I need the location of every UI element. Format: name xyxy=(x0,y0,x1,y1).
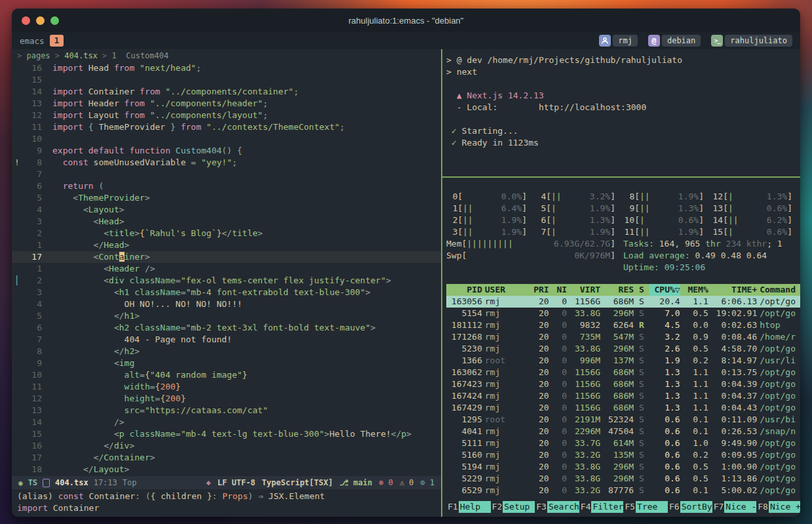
process-row[interactable]: 167424rmj2001156G686MS1.31.10:04.37/opt/… xyxy=(446,390,800,402)
column-header-pid[interactable]: PID xyxy=(446,284,482,296)
column-header-cmd[interactable]: Command xyxy=(760,284,800,296)
process-row[interactable]: 5230rmj20033.8G296MS2.60.54:58.70/opt/go xyxy=(446,343,800,355)
code-line[interactable]: 9export default function Custom404() { xyxy=(12,145,441,157)
code-line[interactable]: 18 </Layout> xyxy=(12,464,441,475)
code-line[interactable]: 10 xyxy=(12,133,441,145)
code-line[interactable]: 6 return ( xyxy=(12,180,441,192)
code-lines[interactable]: 16import Head from "next/head"; 15 14imp… xyxy=(12,62,441,476)
code-line[interactable]: 6 <h2 className="mb-2 text-3xl font-bold… xyxy=(12,322,441,334)
tmux-window-index[interactable]: 1 xyxy=(50,35,64,47)
process-row[interactable]: 167423rmj2001156G686MS1.31.10:04.39/opt/… xyxy=(446,378,800,390)
process-row[interactable]: 171268rmj200735M547MS3.20.90:08.46/home/… xyxy=(446,331,800,343)
gutter xyxy=(12,357,22,369)
code-line[interactable]: 11 width={200} xyxy=(12,381,441,393)
cpu-meter: 0[0.0%] xyxy=(446,191,535,203)
column-header-pri[interactable]: PRI xyxy=(528,284,549,296)
column-header-mem[interactable]: MEM% xyxy=(683,284,708,296)
code-line[interactable]: 15 <p className="mb-4 text-lg text-blue-… xyxy=(12,428,441,440)
process-table-header: PIDUSERPRINIVIRTRESSCPU%▽MEM%TIME+Comman… xyxy=(446,284,800,296)
code-line[interactable]: 4 <Layout> xyxy=(12,204,441,216)
code-line[interactable]: 14import Container from "../components/c… xyxy=(12,86,441,98)
process-row[interactable]: 1366root200996M137MS1.90.28:14.97/usr/li xyxy=(446,355,800,367)
code-line[interactable]: 16 </div> xyxy=(12,440,441,452)
code-line[interactable]: !8 const someUnusedVariable = "yey!"; xyxy=(12,157,441,169)
gutter xyxy=(12,322,22,334)
shell-pane[interactable]: > @ dev /home/rmj/Projects/github/rahulj… xyxy=(442,49,800,176)
code-line[interactable]: 1 <Header /> xyxy=(12,263,441,275)
gutter xyxy=(12,310,22,322)
code-line[interactable]: 7 404 - Page not found! xyxy=(12,334,441,346)
minimize-button[interactable] xyxy=(36,16,45,25)
code-line[interactable]: 16import Head from "next/head"; xyxy=(12,62,441,74)
maximize-button[interactable] xyxy=(50,16,59,25)
code-line[interactable]: 15 xyxy=(12,74,441,86)
fkey-f1[interactable]: F1Help xyxy=(446,501,491,513)
echo-area: (alias) const Container: ({ children }: … xyxy=(12,489,441,517)
column-header-cpu[interactable]: CPU%▽ xyxy=(649,284,680,296)
column-header-time[interactable]: TIME+ xyxy=(711,284,757,296)
process-row[interactable]: 5229rmj20033.8G296MS0.60.51:13.86/opt/go xyxy=(446,473,800,485)
gutter-warn-icon: ! xyxy=(12,157,22,169)
process-row[interactable]: 5160rmj20033.2G135MS0.60.20:09.95/opt/go xyxy=(446,449,800,461)
code-line[interactable]: 12 height={200} xyxy=(12,393,441,405)
terminal-line: ▲ Next.js 14.2.13 xyxy=(446,90,800,102)
code-line[interactable]: 5 </h1> xyxy=(12,310,441,322)
process-row[interactable]: 181112rmj20098326264R4.50.00:02.63htop xyxy=(446,319,800,331)
code-line[interactable]: 8 </h2> xyxy=(12,346,441,357)
git-branch: ⎇ main xyxy=(339,478,372,487)
code-line[interactable]: 3 <h1 className="mb-4 font-extrabold tex… xyxy=(12,287,441,298)
git-branch-icon: ⎇ xyxy=(339,478,353,487)
fkey-f2[interactable]: F2Setup xyxy=(491,501,535,513)
line-number: 16 xyxy=(22,440,42,452)
emacs-editor-pane[interactable]: > pages > 404.tsx > 1 Custom404 16import… xyxy=(12,49,441,517)
window-titlebar[interactable]: rahuljuliato:1:emacs - "debian" xyxy=(12,9,800,32)
close-button[interactable] xyxy=(22,16,30,25)
process-row[interactable]: 5194rmj20033.8G296MS0.60.51:00.90/opt/go xyxy=(446,461,800,473)
code-line[interactable]: 17 <Container> xyxy=(12,251,441,263)
process-row[interactable]: 4041rmj2002296M47504S0.60.10:26.53/snap/… xyxy=(446,426,800,437)
process-row[interactable]: 167429rmj2001156G686MS1.31.10:04.43/opt/… xyxy=(446,402,800,414)
code-line[interactable]: 7 xyxy=(12,169,441,180)
code-line[interactable]: 12import Layout from "../components/layo… xyxy=(12,110,441,121)
tmux-status-bar: emacs 1 rmj @ debian >_ rahuljuliato xyxy=(12,32,800,49)
column-header-res[interactable]: RES xyxy=(603,284,634,296)
gutter xyxy=(12,369,22,381)
code-line[interactable]: │2 <div className="fex-ol tems-center fl… xyxy=(12,275,441,287)
process-row[interactable]: 163062rmj2001156G686MS1.31.10:13.75/opt/… xyxy=(446,367,800,378)
fkey-f3[interactable]: F3Search xyxy=(535,501,579,513)
code-line[interactable]: 9 <img xyxy=(12,357,441,369)
code-line[interactable]: 3 <Head> xyxy=(12,216,441,228)
code-line[interactable]: 13import Header from "../components/head… xyxy=(12,98,441,110)
code-line[interactable]: 5 <ThemeProvider> xyxy=(12,192,441,204)
gutter xyxy=(12,133,22,145)
process-row[interactable]: 5111rmj20033.7G614MS0.61.09:49.90/opt/go xyxy=(446,437,800,449)
fkey-f4[interactable]: F4Filter xyxy=(579,501,624,513)
fkey-f5[interactable]: F5Tree xyxy=(623,501,668,513)
fkey-f8[interactable]: F8Nice + xyxy=(756,501,800,513)
code-line[interactable]: 1 </Head> xyxy=(12,239,441,251)
breadcrumb[interactable]: > pages > 404.tsx > 1 Custom404 xyxy=(12,49,441,62)
process-row[interactable]: 6529rmj20033.2G87776S0.60.15:00.02/opt/g… xyxy=(446,485,800,496)
code-line[interactable]: 14 /> xyxy=(12,416,441,428)
code-line[interactable]: 2 <title>{`Rahul's Blog`}</title> xyxy=(12,228,441,239)
column-header-virt[interactable]: VIRT xyxy=(570,284,600,296)
swap-meter: Swp[0K/976M] xyxy=(446,250,623,262)
line-number: 5 xyxy=(22,192,42,204)
fkey-f6[interactable]: F6SortBy xyxy=(668,501,712,513)
fkey-f7[interactable]: F7Nice - xyxy=(712,501,757,513)
code-line[interactable]: 10 alt={"404 random image"} xyxy=(12,369,441,381)
warning-count: ⚠ 0 xyxy=(400,478,414,487)
code-line[interactable]: 11import { ThemeProvider } from "../cont… xyxy=(12,121,441,133)
column-header-ni[interactable]: NI xyxy=(552,284,567,296)
line-number: 6 xyxy=(22,322,42,334)
htop-pane[interactable]: 0[0.0%]4[||3.2%]8[||1.9%]12[|1.3%]1[||6.… xyxy=(442,178,800,517)
code-line[interactable]: 4 OH NO!... NO! NO! NO!!! xyxy=(12,298,441,310)
line-number: 14 xyxy=(22,86,42,98)
process-row[interactable]: 1295root2002191M52324S0.60.10:11.09/usr/… xyxy=(446,414,800,426)
code-line[interactable]: 17 </Container> xyxy=(12,452,441,464)
code-line[interactable]: 13 src="https://cataas.com/cat" xyxy=(12,405,441,416)
column-header-user[interactable]: USER xyxy=(485,284,526,296)
process-row[interactable]: 5154rmj20033.8G296MS7.00.519:02.91/opt/g… xyxy=(446,308,800,319)
column-header-st[interactable]: S xyxy=(636,284,647,296)
process-row[interactable]: 163056rmj2001156G686MS20.41.16:06.13/opt… xyxy=(446,296,800,308)
